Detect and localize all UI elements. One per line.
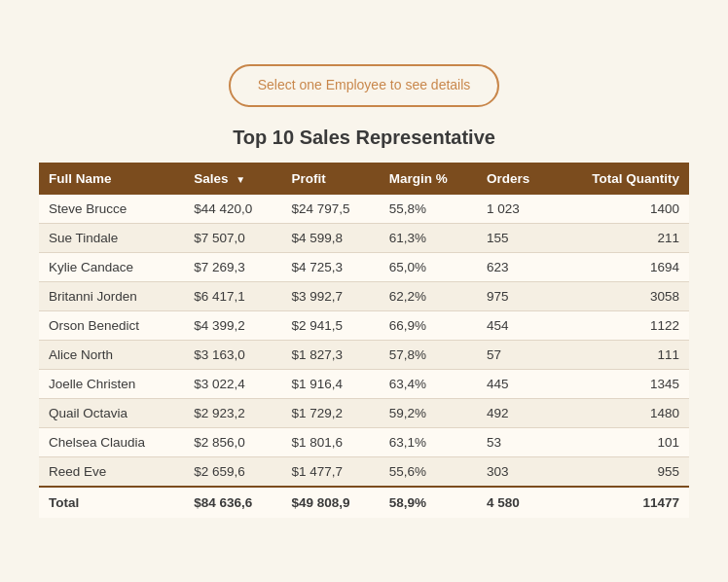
cell-quantity: 211 bbox=[555, 223, 689, 252]
col-header-margin: Margin % bbox=[380, 163, 477, 195]
col-header-profit: Profit bbox=[281, 163, 379, 195]
table-row[interactable]: Joelle Christen$3 022,4$1 916,463,4%4451… bbox=[39, 369, 689, 398]
cell-profit: $1 916,4 bbox=[281, 369, 379, 398]
badge-text: Select one Employee to see details bbox=[258, 77, 471, 92]
table-row[interactable]: Britanni Jorden$6 417,1$3 992,762,2%9753… bbox=[39, 281, 689, 310]
cell-margin: 62,2% bbox=[380, 281, 477, 310]
col-header-orders: Orders bbox=[477, 163, 556, 195]
cell-quantity: 3058 bbox=[555, 281, 689, 310]
table-row[interactable]: Alice North$3 163,0$1 827,357,8%57111 bbox=[39, 340, 689, 369]
table-row[interactable]: Quail Octavia$2 923,2$1 729,259,2%492148… bbox=[39, 398, 689, 427]
cell-name: Sue Tindale bbox=[39, 223, 184, 252]
cell-margin: 61,3% bbox=[380, 223, 477, 252]
select-badge[interactable]: Select one Employee to see details bbox=[229, 64, 500, 107]
cell-margin: 63,4% bbox=[380, 369, 477, 398]
cell-margin: 59,2% bbox=[380, 398, 477, 427]
cell-name: Joelle Christen bbox=[39, 369, 184, 398]
cell-sales: $6 417,1 bbox=[184, 281, 281, 310]
cell-margin: 55,6% bbox=[380, 456, 477, 487]
cell-profit: $1 801,6 bbox=[281, 427, 379, 456]
cell-margin: 57,8% bbox=[380, 340, 477, 369]
cell-profit: $1 477,7 bbox=[281, 456, 379, 487]
table-body: Steve Brucce$44 420,0$24 797,555,8%1 023… bbox=[39, 195, 689, 487]
cell-name: Orson Benedict bbox=[39, 310, 184, 340]
cell-orders: 155 bbox=[477, 223, 556, 252]
cell-margin: 66,9% bbox=[380, 310, 477, 340]
sort-icon: ▼ bbox=[236, 174, 245, 185]
cell-orders: 454 bbox=[477, 310, 556, 340]
cell-orders: 1 023 bbox=[477, 195, 556, 224]
table-row[interactable]: Kylie Candace$7 269,3$4 725,365,0%623169… bbox=[39, 252, 689, 281]
total-margin: 58,9% bbox=[380, 487, 477, 518]
cell-profit: $1 729,2 bbox=[281, 398, 379, 427]
cell-margin: 55,8% bbox=[380, 195, 477, 224]
cell-name: Chelsea Claudia bbox=[39, 427, 184, 456]
totals-row: Total $84 636,6 $49 808,9 58,9% 4 580 11… bbox=[39, 487, 689, 518]
cell-profit: $3 992,7 bbox=[281, 281, 379, 310]
cell-name: Britanni Jorden bbox=[39, 281, 184, 310]
table-row[interactable]: Steve Brucce$44 420,0$24 797,555,8%1 023… bbox=[39, 195, 689, 224]
cell-sales: $2 659,6 bbox=[184, 456, 281, 487]
cell-name: Quail Octavia bbox=[39, 398, 184, 427]
cell-orders: 303 bbox=[477, 456, 556, 487]
cell-margin: 63,1% bbox=[380, 427, 477, 456]
table-row[interactable]: Orson Benedict$4 399,2$2 941,566,9%45411… bbox=[39, 310, 689, 340]
cell-name: Kylie Candace bbox=[39, 252, 184, 281]
sales-table: Full Name Sales ▼ Profit Margin % Orders… bbox=[39, 163, 689, 518]
cell-quantity: 955 bbox=[555, 456, 689, 487]
cell-profit: $2 941,5 bbox=[281, 310, 379, 340]
cell-profit: $24 797,5 bbox=[281, 195, 379, 224]
table-row[interactable]: Chelsea Claudia$2 856,0$1 801,663,1%5310… bbox=[39, 427, 689, 456]
cell-orders: 53 bbox=[477, 427, 556, 456]
cell-quantity: 1122 bbox=[555, 310, 689, 340]
cell-orders: 57 bbox=[477, 340, 556, 369]
cell-margin: 65,0% bbox=[380, 252, 477, 281]
col-header-quantity: Total Quantity bbox=[555, 163, 689, 195]
page-title: Top 10 Sales Representative bbox=[233, 127, 495, 149]
cell-sales: $2 923,2 bbox=[184, 398, 281, 427]
total-quantity: 11477 bbox=[555, 487, 689, 518]
cell-name: Alice North bbox=[39, 340, 184, 369]
table-row[interactable]: Reed Eve$2 659,6$1 477,755,6%303955 bbox=[39, 456, 689, 487]
cell-profit: $4 599,8 bbox=[281, 223, 379, 252]
cell-orders: 975 bbox=[477, 281, 556, 310]
cell-sales: $3 163,0 bbox=[184, 340, 281, 369]
cell-sales: $4 399,2 bbox=[184, 310, 281, 340]
cell-quantity: 1345 bbox=[555, 369, 689, 398]
cell-sales: $3 022,4 bbox=[184, 369, 281, 398]
col-header-name: Full Name bbox=[39, 163, 184, 195]
cell-quantity: 111 bbox=[555, 340, 689, 369]
cell-sales: $2 856,0 bbox=[184, 427, 281, 456]
cell-sales: $7 269,3 bbox=[184, 252, 281, 281]
cell-orders: 623 bbox=[477, 252, 556, 281]
cell-sales: $7 507,0 bbox=[184, 223, 281, 252]
table-row[interactable]: Sue Tindale$7 507,0$4 599,861,3%155211 bbox=[39, 223, 689, 252]
main-container: Select one Employee to see details Top 1… bbox=[19, 45, 709, 537]
cell-quantity: 101 bbox=[555, 427, 689, 456]
table-header-row: Full Name Sales ▼ Profit Margin % Orders… bbox=[39, 163, 689, 195]
total-profit: $49 808,9 bbox=[281, 487, 379, 518]
cell-sales: $44 420,0 bbox=[184, 195, 281, 224]
cell-name: Steve Brucce bbox=[39, 195, 184, 224]
total-label: Total bbox=[39, 487, 184, 518]
cell-profit: $1 827,3 bbox=[281, 340, 379, 369]
cell-quantity: 1480 bbox=[555, 398, 689, 427]
cell-name: Reed Eve bbox=[39, 456, 184, 487]
cell-orders: 492 bbox=[477, 398, 556, 427]
cell-orders: 445 bbox=[477, 369, 556, 398]
cell-quantity: 1400 bbox=[555, 195, 689, 224]
col-header-sales[interactable]: Sales ▼ bbox=[184, 163, 281, 195]
cell-quantity: 1694 bbox=[555, 252, 689, 281]
total-orders: 4 580 bbox=[477, 487, 556, 518]
total-sales: $84 636,6 bbox=[184, 487, 281, 518]
cell-profit: $4 725,3 bbox=[281, 252, 379, 281]
